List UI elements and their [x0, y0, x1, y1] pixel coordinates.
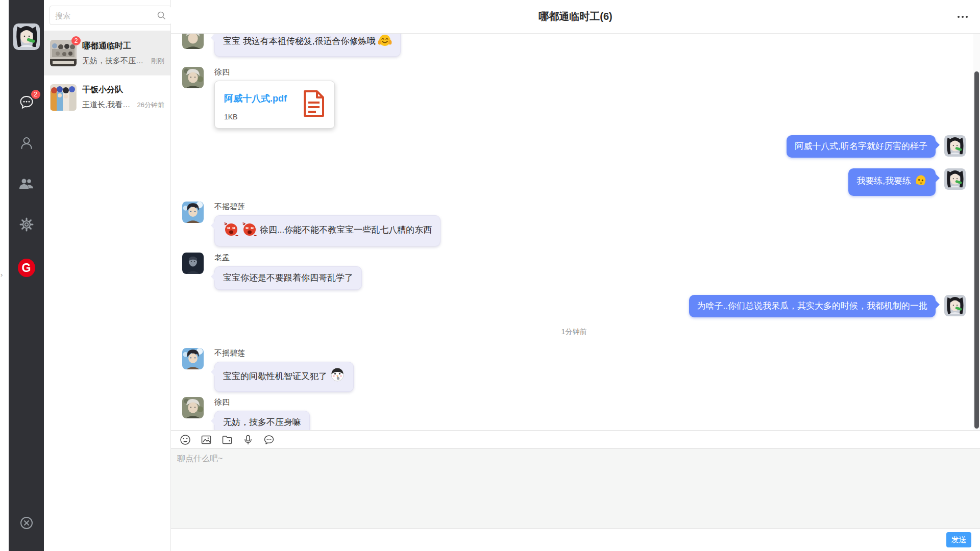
scrollbar-track[interactable] [973, 34, 980, 430]
message-row: 徐四 无妨，技多不压身嘛 [182, 397, 966, 430]
composer-toolbar [171, 431, 980, 449]
conversation-item-nadutong[interactable]: 2 哪都通临时工 无妨，技多不压身嘛 刚刚 [44, 31, 170, 75]
chats-unread-badge: 2 [31, 90, 40, 99]
file-name: 阿威十八式.pdf [224, 92, 302, 105]
sender-name: 不摇碧莲 [214, 348, 354, 358]
message-bubble: 无妨，技多不压身嘛 [214, 411, 310, 430]
message-text: 徐四...你能不能不教宝宝一些乱七八糟的东西 [260, 225, 432, 235]
sender-name: 不摇碧莲 [214, 202, 440, 212]
conversation-preview: 无妨，技多不压身嘛 [82, 56, 149, 66]
sidebar-item-groups[interactable] [18, 176, 35, 191]
sidebar-item-chats[interactable]: 2 [18, 94, 35, 110]
time-divider: 1分钟前 [182, 328, 966, 337]
message-row: 不摇碧莲 宝宝的间歇性机智证又犯了 [182, 348, 966, 392]
send-file-button[interactable] [219, 433, 235, 446]
angry-face-emoji-icon [223, 221, 239, 241]
sender-avatar[interactable] [182, 348, 204, 369]
conversation-preview: 王道长,我看你才… [82, 100, 135, 110]
g-logo: G [18, 259, 35, 277]
message-row: 为啥子..你们总说我呆瓜，其实大多的时候，我都机制的一批 [182, 295, 966, 317]
message-text: 无妨，技多不压身嘛 [223, 417, 301, 427]
penguin-emoji-icon [330, 367, 345, 386]
conversation-item-ganfan[interactable]: 干饭小分队 王道长,我看你才… 26分钟前 [44, 75, 170, 119]
user-avatar[interactable] [13, 23, 40, 50]
voice-message-button[interactable] [240, 433, 256, 446]
sender-avatar[interactable] [182, 34, 204, 49]
message-bubble: 为啥子..你们总说我呆瓜，其实大多的时候，我都机制的一批 [689, 295, 936, 317]
sidebar-item-close[interactable] [18, 515, 35, 531]
sidebar-item-app-logo[interactable]: G [18, 259, 35, 277]
message-text: 我要练,我要练 [856, 176, 911, 186]
chat-title: 哪都通临时工(6) [538, 10, 612, 23]
window-edge: › [0, 0, 9, 551]
message-row: 我要练,我要练 [182, 168, 966, 196]
conversation-time: 26分钟前 [137, 101, 164, 110]
conversation-info: 干饭小分队 王道长,我看你才… 26分钟前 [82, 85, 164, 110]
conversation-name: 哪都通临时工 [82, 41, 164, 52]
send-row: 发送 [171, 528, 980, 551]
conversation-unread-badge: 2 [71, 36, 81, 45]
chat-panel: 哪都通临时工(6) 宝宝 我这有本祖传秘笈,很适合你修炼哦 [171, 0, 980, 551]
sender-avatar[interactable] [182, 397, 204, 418]
message-bubble: 宝宝的间歇性机智证又犯了 [214, 362, 354, 392]
emoji-picker-button[interactable] [178, 433, 193, 446]
search-row [44, 0, 170, 31]
pdf-icon [302, 89, 325, 118]
search-icon[interactable] [157, 11, 166, 20]
more-options-icon[interactable] [958, 16, 968, 18]
sender-avatar[interactable] [182, 67, 204, 88]
sender-name: 徐四 [214, 397, 310, 407]
sender-name: 老孟 [214, 253, 362, 263]
message-row: 老孟 宝宝你还是不要跟着你四哥乱学了 [182, 253, 966, 290]
conversation-list: 2 哪都通临时工 无妨，技多不压身嘛 刚刚 [44, 0, 171, 551]
group-avatar [50, 84, 77, 111]
group-icon [18, 177, 35, 191]
contacts-icon [19, 136, 34, 150]
own-avatar[interactable] [944, 135, 966, 157]
message-history-button[interactable] [261, 433, 277, 446]
group-avatar: 2 [50, 40, 77, 66]
chat-header: 哪都通临时工(6) [171, 0, 980, 34]
message-text: 宝宝的间歇性机智证又犯了 [223, 371, 327, 381]
user-avatar-image [13, 23, 40, 50]
search-box[interactable] [50, 6, 172, 25]
image-icon [201, 434, 212, 445]
sender-avatar[interactable] [182, 253, 204, 274]
sidebar-item-contacts[interactable] [18, 135, 35, 151]
file-attachment-card[interactable]: 阿威十八式.pdf 1KB [214, 81, 335, 129]
send-button[interactable]: 发送 [946, 532, 971, 547]
message-bubble: 宝宝你还是不要跟着你四哥乱学了 [214, 266, 362, 290]
angry-face-emoji-icon [241, 221, 258, 241]
collapse-handle-icon[interactable]: › [1, 271, 3, 279]
message-bubble: 徐四...你能不能不教宝宝一些乱七八糟的东西 [214, 215, 440, 246]
search-input[interactable] [55, 11, 157, 20]
composer: 发送 [171, 430, 980, 551]
microphone-icon [242, 434, 254, 445]
message-row: 徐四 阿威十八式.pdf 1KB [182, 67, 966, 129]
own-avatar[interactable] [944, 168, 966, 190]
emoji-icon [180, 434, 191, 445]
message-text: 宝宝 我这有本祖传秘笈,很适合你修炼哦 [223, 36, 375, 46]
message-input[interactable] [171, 449, 980, 528]
conversation-info: 哪都通临时工 无妨，技多不压身嘛 刚刚 [82, 41, 164, 66]
message-row: 不摇碧莲 徐四... [182, 202, 966, 246]
file-size: 1KB [224, 113, 302, 121]
own-avatar[interactable] [944, 295, 966, 316]
message-bubble: 阿威十八式,听名字就好厉害的样子 [787, 135, 936, 158]
message-text: 阿威十八式,听名字就好厉害的样子 [795, 141, 927, 151]
sidebar-item-settings[interactable] [18, 217, 35, 232]
group-avatar-image [50, 84, 77, 111]
melting-face-emoji-icon [914, 173, 927, 191]
message-list: 宝宝 我这有本祖传秘笈,很适合你修炼哦 [171, 34, 980, 430]
message-row: 阿威十八式,听名字就好厉害的样子 [182, 135, 966, 158]
sender-avatar[interactable] [182, 202, 204, 223]
message-text: 宝宝你还是不要跟着你四哥乱学了 [223, 273, 353, 283]
message-bubble: 宝宝 我这有本祖传秘笈,很适合你修炼哦 [214, 34, 401, 57]
settings-icon [19, 217, 34, 232]
scrollbar-thumb[interactable] [974, 71, 979, 429]
chat-app-window: › 2 [0, 0, 980, 551]
message-bubble-icon [263, 434, 275, 445]
hugging-face-emoji-icon [378, 34, 392, 51]
send-image-button[interactable] [199, 433, 214, 446]
conversation-time: 刚刚 [151, 57, 164, 66]
